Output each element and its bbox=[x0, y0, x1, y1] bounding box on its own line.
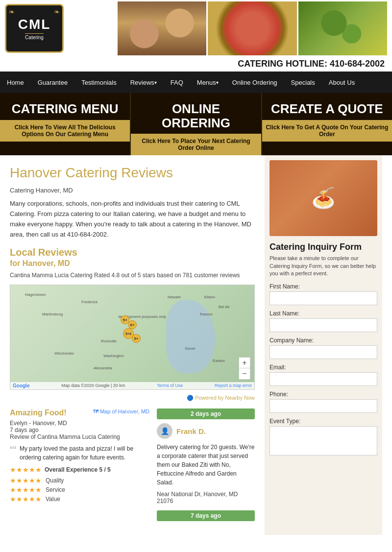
zoom-out-button[interactable]: − bbox=[239, 368, 250, 379]
nav-guarantee[interactable]: Guarantee bbox=[31, 72, 74, 93]
map-container[interactable]: Hagerstown Martinsburg Frederick Newark … bbox=[10, 285, 255, 390]
description: Many corporations, schools, non-profits … bbox=[10, 199, 255, 240]
right-review-card: 2 days ago 👤 Frank D. Delivery catering … bbox=[157, 408, 255, 504]
map-water bbox=[166, 300, 215, 373]
create-quote-button[interactable]: CREATE A QUOTE Click Here To Get A Quote… bbox=[262, 93, 392, 155]
ratings-table: ★★★★★ Quality ★★★★★ Service ★★★★★ Value bbox=[10, 477, 149, 503]
map-footer: Google Map data ©2020 Google | 20 km Ter… bbox=[10, 382, 254, 389]
header-photo-3 bbox=[298, 1, 387, 55]
local-reviews-title: Local Reviews bbox=[10, 247, 255, 258]
company-name-label: Company Name: bbox=[270, 337, 377, 344]
map-label-washington: Washington bbox=[103, 354, 124, 358]
review-quote: My party loved the pasta and pizza! I wi… bbox=[10, 444, 149, 462]
map-label-elkton: Elkton bbox=[204, 295, 215, 299]
map-data-label: Map data ©2020 Google | 20 km bbox=[61, 383, 125, 388]
google-logo: Google bbox=[13, 383, 29, 388]
hotline-bar: CATERING HOTLINE: 410-684-2002 bbox=[0, 56, 392, 72]
powered-by: 🔵 Powered by Nearby Now bbox=[10, 395, 255, 401]
nav-specials[interactable]: Specials bbox=[284, 72, 322, 93]
map-label-winchester: Winchester bbox=[54, 351, 74, 356]
hotline-text: CATERING HOTLINE: 410-684-2002 bbox=[238, 59, 385, 69]
nav-faq[interactable]: FAQ bbox=[164, 72, 190, 93]
report-link[interactable]: Report a map error bbox=[215, 383, 252, 388]
map-label-alexandria: Alexandria bbox=[94, 366, 112, 370]
inquiry-form-title: Catering Inquiry Form bbox=[270, 242, 377, 252]
zoom-in-button[interactable]: + bbox=[239, 358, 250, 368]
overall-label: Overall Experience 5 / 5 bbox=[45, 466, 111, 473]
email-input[interactable] bbox=[270, 372, 377, 386]
brand-name: CML bbox=[18, 17, 51, 32]
nav-reviews[interactable]: Reviews bbox=[123, 72, 164, 93]
map-label-newark: Newark bbox=[168, 295, 181, 299]
banner-buttons: CATERING MENU Click Here To View All The… bbox=[0, 93, 392, 155]
event-type-label: Event Type: bbox=[270, 418, 377, 425]
time-badge-1: 2 days ago bbox=[157, 408, 255, 419]
map-label-dover: Dover bbox=[185, 346, 196, 351]
online-ordering-button[interactable]: ONLINE ORDERING Click Here To Place Your… bbox=[131, 93, 262, 155]
catering-menu-subtitle: Click Here To View All The Delicious Opt… bbox=[0, 120, 130, 142]
review-time: 7 days ago bbox=[10, 427, 149, 433]
main-layout: Hanover Catering Reviews Catering Hanove… bbox=[0, 155, 392, 535]
review-header: Amazing Food! 🗺 Map of Hanover, MD bbox=[10, 408, 149, 417]
service-label: Service bbox=[46, 486, 75, 493]
local-reviews-sub: for Hanover, MD bbox=[10, 259, 255, 268]
map-zoom-controls[interactable]: + − bbox=[239, 357, 250, 380]
company-name-input[interactable] bbox=[270, 345, 377, 359]
nav-online-ordering[interactable]: Online Ordering bbox=[225, 72, 284, 93]
phone-input[interactable] bbox=[270, 399, 377, 413]
create-quote-title: CREATE A QUOTE bbox=[270, 102, 385, 116]
reviewer-avatar: 👤 bbox=[157, 423, 172, 439]
header-photos bbox=[118, 1, 387, 55]
subtitle: Catering Hanover, MD bbox=[10, 187, 255, 194]
review-card-1: Amazing Food! 🗺 Map of Hanover, MD Evely… bbox=[10, 408, 149, 503]
catering-menu-button[interactable]: CATERING MENU Click Here To View All The… bbox=[0, 93, 131, 155]
event-type-textarea[interactable] bbox=[270, 426, 377, 456]
last-name-label: Last Name: bbox=[270, 310, 377, 317]
last-name-input[interactable] bbox=[270, 318, 377, 332]
phone-label: Phone: bbox=[270, 391, 377, 398]
main-content: Hanover Catering Reviews Catering Hanove… bbox=[0, 155, 265, 535]
map-label-frederick: Frederick bbox=[81, 300, 98, 304]
map-label-hagerstown: Hagerstown bbox=[25, 292, 46, 297]
map-label-bel-air: Bel Air bbox=[219, 305, 230, 309]
nearby-now-icon: 🔵 bbox=[187, 395, 195, 401]
review-right: 2 days ago 👤 Frank D. Delivery catering … bbox=[157, 408, 255, 525]
service-stars: ★★★★★ bbox=[10, 486, 42, 494]
map-label-easton: Easton bbox=[213, 359, 225, 363]
sidebar: 🍝 Catering Inquiry Form Please take a mi… bbox=[265, 155, 382, 535]
review-map-link[interactable]: 🗺 Map of Hanover, MD bbox=[93, 408, 149, 417]
review-meta: Evelyn - Hanover, MD 7 days ago Review o… bbox=[10, 420, 149, 440]
catering-menu-title: CATERING MENU bbox=[7, 102, 122, 116]
value-label: Value bbox=[46, 496, 75, 503]
review-title: Amazing Food! bbox=[10, 408, 67, 417]
logo-area: ❧❧ CML Catering bbox=[5, 4, 118, 53]
nav-menus[interactable]: Menus bbox=[190, 72, 225, 93]
email-label: Email: bbox=[270, 364, 377, 371]
brand-tagline: Catering bbox=[25, 33, 44, 40]
first-name-label: First Name: bbox=[270, 283, 377, 290]
header-photo-2 bbox=[208, 1, 296, 55]
sidebar-food-image: 🍝 bbox=[270, 160, 377, 236]
create-quote-subtitle: Click Here To Get A Quote On Your Cateri… bbox=[262, 120, 392, 142]
quality-row: ★★★★★ Quality bbox=[10, 477, 149, 484]
map-background: Hagerstown Martinsburg Frederick Newark … bbox=[10, 285, 254, 389]
map-label-rockville: Rockville bbox=[101, 339, 117, 343]
map-pin-4: 5+ bbox=[132, 334, 141, 343]
terms-link[interactable]: Terms of Use bbox=[157, 383, 183, 388]
reviewer-name-right: Frank D. bbox=[176, 427, 206, 435]
reviewer-header: 👤 Frank D. bbox=[157, 423, 255, 439]
leaf-decoration: ❧❧ bbox=[9, 8, 60, 16]
first-name-input[interactable] bbox=[270, 291, 377, 305]
nav-testimonials[interactable]: Testimonials bbox=[74, 72, 123, 93]
quality-stars: ★★★★★ bbox=[10, 477, 42, 484]
map-icon: 🗺 bbox=[93, 408, 100, 414]
time-badge-2: 7 days ago bbox=[157, 510, 255, 521]
service-row: ★★★★★ Service bbox=[10, 486, 149, 494]
map-label-towson: Towson bbox=[199, 312, 213, 316]
nav-home[interactable]: Home bbox=[0, 72, 31, 93]
quality-label: Quality bbox=[46, 477, 75, 484]
online-ordering-subtitle: Click Here To Place Your Next Catering O… bbox=[131, 134, 261, 155]
online-ordering-title: ONLINE ORDERING bbox=[138, 102, 253, 130]
page-title: Hanover Catering Reviews bbox=[10, 165, 255, 181]
nav-about-us[interactable]: About Us bbox=[322, 72, 362, 93]
